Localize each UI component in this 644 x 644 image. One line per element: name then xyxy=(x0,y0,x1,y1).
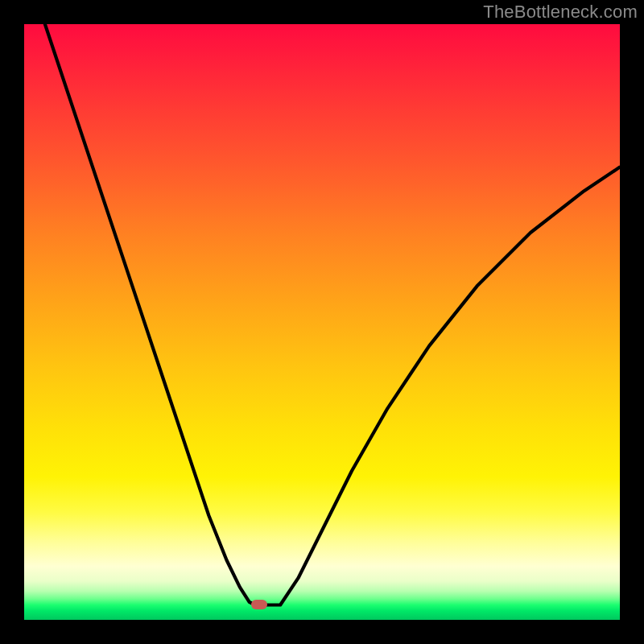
curve-svg xyxy=(24,24,620,620)
optimal-marker xyxy=(251,600,267,609)
chart-frame: TheBottleneck.com xyxy=(0,0,644,644)
watermark-text: TheBottleneck.com xyxy=(483,2,638,23)
plot-area xyxy=(24,24,620,620)
bottleneck-curve xyxy=(45,24,620,605)
